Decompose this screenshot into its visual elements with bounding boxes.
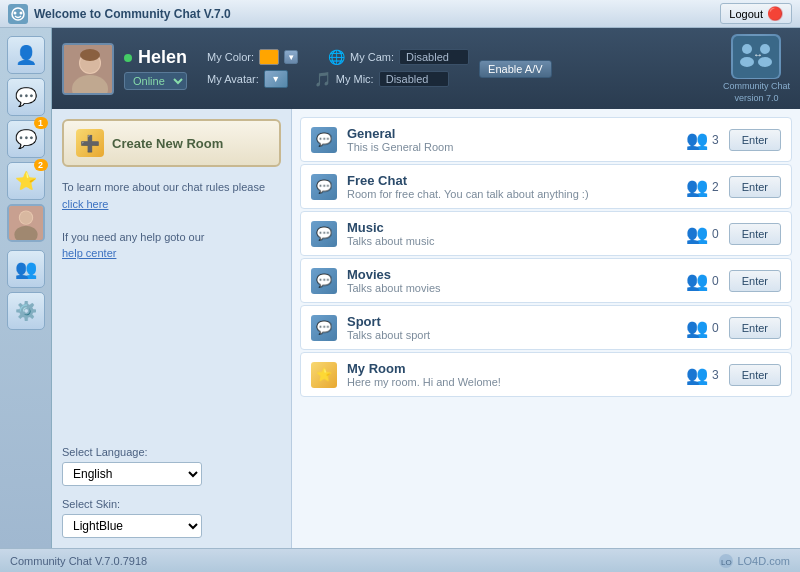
bell-icon: 💬 [15, 128, 37, 150]
star-icon: ⭐ [15, 170, 37, 192]
community-logo: ↔ Community Chat version 7.0 [723, 34, 790, 103]
cam-label: My Cam: [350, 51, 394, 63]
gear-icon: ⚙️ [15, 300, 37, 322]
room-details: General This is General Room [347, 126, 674, 153]
logout-icon: 🔴 [767, 6, 783, 21]
color-dropdown-arrow[interactable]: ▼ [284, 50, 298, 64]
person-icon: 👤 [15, 44, 37, 66]
logout-label: Logout [729, 8, 763, 20]
sidebar-btn-favorites[interactable]: ⭐ 2 [7, 162, 45, 200]
status-select[interactable]: Online [124, 72, 187, 90]
avatar-label: My Avatar: [207, 73, 259, 85]
room-count: 👥 2 [684, 176, 719, 198]
room-description: Here my room. Hi and Welome! [347, 376, 674, 388]
room-details: Music Talks about music [347, 220, 674, 247]
color-control: My Color: ▼ 🌐 My Cam: Disabled [207, 49, 469, 65]
notification-badge: 1 [34, 117, 48, 129]
room-name: Free Chat [347, 173, 674, 188]
count-number: 2 [712, 180, 719, 194]
main-container: 👤 💬 💬 1 ⭐ 2 [0, 28, 800, 548]
room-description: Room for free chat. You can talk about a… [347, 188, 674, 200]
room-details: Free Chat Room for free chat. You can ta… [347, 173, 674, 200]
room-description: Talks about sport [347, 329, 674, 341]
user-controls: My Color: ▼ 🌐 My Cam: Disabled My Avatar… [207, 49, 469, 88]
room-icon: ⭐ [311, 362, 337, 388]
logout-button[interactable]: Logout 🔴 [720, 3, 792, 24]
username-label: Helen [138, 47, 187, 68]
room-count: 👥 0 [684, 317, 719, 339]
favorites-badge: 2 [34, 159, 48, 171]
sidebar-user-avatar[interactable] [7, 204, 45, 242]
rooms-panel: 💬 General This is General Room 👥 3 Enter… [292, 109, 800, 548]
avatar-selector[interactable]: ▼ [264, 70, 288, 88]
svg-point-13 [742, 44, 752, 54]
room-name: Movies [347, 267, 674, 282]
sidebar-btn-chat[interactable]: 💬 [7, 78, 45, 116]
room-row: 💬 Free Chat Room for free chat. You can … [300, 164, 792, 209]
left-panel: ➕ Create New Room To learn more about ou… [52, 109, 292, 548]
lo4d-watermark: LO LO4D.com [718, 553, 790, 569]
enter-button[interactable]: Enter [729, 364, 781, 386]
room-description: Talks about movies [347, 282, 674, 294]
color-picker[interactable] [259, 49, 279, 65]
title-bar: Welcome to Community Chat V.7.0 Logout 🔴 [0, 0, 800, 28]
status-bar: Community Chat V.7.0.7918 LO LO4D.com [0, 548, 800, 572]
language-select[interactable]: English [62, 462, 202, 486]
enter-button[interactable]: Enter [729, 129, 781, 151]
room-row: 💬 General This is General Room 👥 3 Enter [300, 117, 792, 162]
enter-button[interactable]: Enter [729, 223, 781, 245]
room-name: Sport [347, 314, 674, 329]
create-room-label: Create New Room [112, 136, 223, 151]
skin-label: Select Skin: [62, 498, 281, 510]
people-icon: 👥 [686, 317, 708, 339]
mic-status: Disabled [379, 71, 449, 87]
svg-text:LO: LO [721, 558, 732, 567]
count-number: 3 [712, 133, 719, 147]
people-icon: 👥 [686, 176, 708, 198]
language-section: Select Language: English [62, 446, 281, 486]
sidebar-btn-users[interactable]: 👥 [7, 250, 45, 288]
skin-section: Select Skin: LightBlue [62, 498, 281, 538]
svg-point-1 [14, 11, 17, 14]
window-title: Welcome to Community Chat V.7.0 [34, 7, 720, 21]
room-row: 💬 Sport Talks about sport 👥 0 Enter [300, 305, 792, 350]
mic-label: My Mic: [336, 73, 374, 85]
logo-icon: ↔ [731, 34, 781, 79]
sidebar-btn-profile[interactable]: 👤 [7, 36, 45, 74]
sidebar-btn-settings[interactable]: ⚙️ [7, 292, 45, 330]
enter-button[interactable]: Enter [729, 317, 781, 339]
app-icon [8, 4, 28, 24]
room-row: 💬 Music Talks about music 👥 0 Enter [300, 211, 792, 256]
cam-icon: 🌐 [328, 49, 345, 65]
bottom-section: ➕ Create New Room To learn more about ou… [52, 109, 800, 548]
room-row: ⭐ My Room Here my room. Hi and Welome! 👥… [300, 352, 792, 397]
enable-av-label: Enable A/V [488, 63, 542, 75]
room-details: Sport Talks about sport [347, 314, 674, 341]
logo-line2: version 7.0 [734, 93, 778, 103]
room-name: My Room [347, 361, 674, 376]
room-icon: 💬 [311, 268, 337, 294]
room-description: This is General Room [347, 141, 674, 153]
svg-point-11 [80, 49, 100, 61]
enter-button[interactable]: Enter [729, 176, 781, 198]
svg-text:↔: ↔ [753, 49, 763, 60]
click-here-link[interactable]: click here [62, 198, 108, 210]
enable-av-button[interactable]: Enable A/V [479, 60, 551, 78]
room-icon: 💬 [311, 127, 337, 153]
mic-icon: 🎵 [314, 71, 331, 87]
logo-line1: Community Chat [723, 81, 790, 91]
room-description: Talks about music [347, 235, 674, 247]
enter-button[interactable]: Enter [729, 270, 781, 292]
people-icon: 👥 [686, 129, 708, 151]
user-avatar [62, 43, 114, 95]
create-room-button[interactable]: ➕ Create New Room [62, 119, 281, 167]
sidebar-btn-notifications[interactable]: 💬 1 [7, 120, 45, 158]
svg-point-14 [740, 57, 754, 67]
people-icon: 👥 [686, 364, 708, 386]
avatar-image [9, 206, 43, 240]
svg-point-0 [12, 8, 24, 20]
skin-select[interactable]: LightBlue [62, 514, 202, 538]
room-count: 👥 3 [684, 129, 719, 151]
room-name: Music [347, 220, 674, 235]
help-center-link[interactable]: help center [62, 247, 116, 259]
